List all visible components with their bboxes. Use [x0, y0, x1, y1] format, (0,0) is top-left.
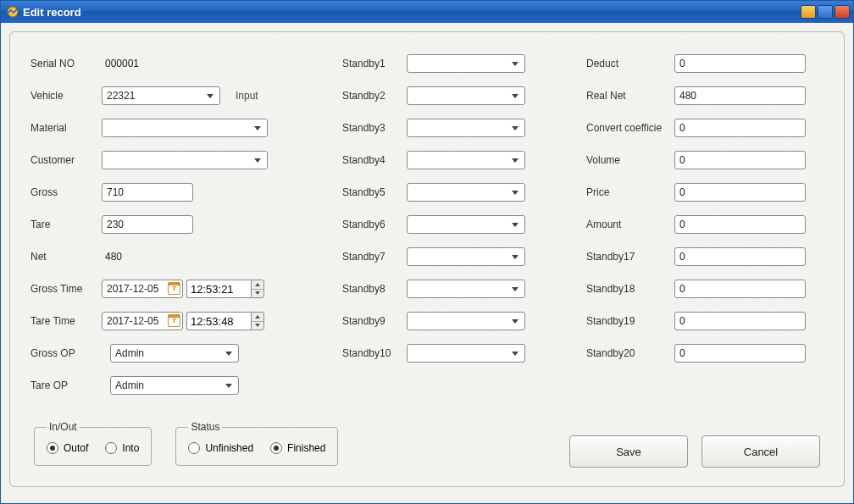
vehicle-hint: Input — [236, 90, 258, 102]
standby2-label: Standby2 — [342, 90, 407, 102]
spin-up-button[interactable] — [252, 280, 263, 290]
volume-label: Volume — [586, 154, 674, 166]
tare-time-spinner — [251, 312, 264, 330]
material-combo[interactable] — [102, 119, 268, 137]
close-button[interactable] — [835, 5, 850, 19]
form-panel: Serial NO 000001 Vehicle Input Material … — [9, 31, 845, 487]
customer-label: Customer — [30, 154, 102, 166]
real-net-input[interactable] — [674, 86, 806, 105]
gross-time-label: Gross Time — [30, 283, 102, 295]
standby6-combo[interactable] — [407, 215, 525, 234]
status-finished-label: Finished — [287, 442, 325, 454]
spin-down-button[interactable] — [252, 290, 263, 298]
calendar-icon[interactable]: 7 — [168, 282, 180, 295]
standby3-label: Standby3 — [342, 122, 407, 134]
radio-icon — [47, 442, 58, 454]
radio-icon — [188, 442, 200, 454]
status-finished-radio[interactable]: Finished — [270, 442, 325, 454]
standby5-label: Standby5 — [342, 186, 407, 198]
col-right: Deduct Real Net Convert coefficie Volume… — [586, 47, 807, 402]
deduct-input[interactable] — [674, 54, 806, 73]
real-net-label: Real Net — [586, 90, 674, 102]
spin-down-button[interactable] — [252, 322, 263, 330]
standby8-label: Standby8 — [342, 283, 407, 295]
vehicle-combo[interactable] — [102, 86, 220, 105]
inout-legend: In/Out — [47, 421, 80, 433]
gross-op-combo[interactable] — [110, 344, 239, 363]
standby8-combo[interactable] — [407, 280, 525, 298]
chevron-down-icon — [255, 324, 260, 327]
tare-input[interactable] — [102, 215, 193, 234]
price-input[interactable] — [674, 183, 806, 202]
standby10-combo[interactable] — [407, 344, 525, 363]
cancel-button[interactable]: Cancel — [702, 435, 820, 468]
save-button[interactable]: Save — [569, 435, 688, 468]
calendar-icon[interactable]: 7 — [168, 314, 180, 327]
maximize-button[interactable] — [818, 5, 833, 19]
standby7-label: Standby7 — [342, 251, 407, 263]
amount-input[interactable] — [674, 215, 806, 234]
gross-time-spinner — [251, 280, 264, 298]
status-legend: Status — [188, 421, 222, 433]
status-unfinished-radio[interactable]: Unfinished — [188, 442, 253, 454]
standby20-label: Standby20 — [586, 347, 674, 359]
amount-label: Amount — [586, 219, 674, 230]
gross-op-label: Gross OP — [30, 347, 102, 359]
window-controls — [801, 5, 850, 19]
chevron-up-icon — [255, 315, 260, 318]
gross-label: Gross — [30, 186, 102, 198]
serial-no-value: 000001 — [102, 58, 139, 69]
gross-time-input[interactable] — [186, 280, 251, 298]
standby3-combo[interactable] — [407, 119, 525, 137]
tare-time-label: Tare Time — [30, 315, 102, 327]
tare-label: Tare — [30, 219, 102, 230]
standby1-label: Standby1 — [342, 58, 407, 69]
standby9-label: Standby9 — [342, 315, 407, 327]
tare-op-combo[interactable] — [110, 376, 239, 395]
standby18-input[interactable] — [674, 280, 806, 298]
customer-combo[interactable] — [102, 151, 268, 169]
standby9-combo[interactable] — [407, 312, 525, 330]
inout-outof-label: Outof — [64, 442, 88, 454]
standby4-combo[interactable] — [407, 151, 525, 169]
price-label: Price — [586, 186, 674, 198]
chevron-down-icon — [255, 291, 260, 295]
standby5-combo[interactable] — [407, 183, 525, 202]
deduct-label: Deduct — [586, 58, 674, 69]
volume-input[interactable] — [674, 151, 806, 169]
serial-no-label: Serial NO — [30, 58, 102, 69]
inout-outof-radio[interactable]: Outof — [47, 442, 88, 454]
standby19-label: Standby19 — [586, 315, 674, 327]
col-left: Serial NO 000001 Vehicle Input Material … — [30, 47, 336, 402]
radio-icon — [270, 442, 282, 454]
tare-op-label: Tare OP — [30, 379, 102, 391]
minimize-button[interactable] — [801, 5, 816, 19]
standby17-label: Standby17 — [586, 251, 674, 263]
standby20-input[interactable] — [674, 344, 806, 363]
standby6-label: Standby6 — [342, 219, 407, 230]
app-icon — [6, 5, 19, 19]
spin-up-button[interactable] — [252, 313, 263, 322]
standby18-label: Standby18 — [586, 283, 674, 295]
window: Edit record Serial NO 000001 Vehicle Inp… — [0, 0, 854, 504]
standby1-combo[interactable] — [407, 54, 525, 73]
vehicle-label: Vehicle — [30, 90, 102, 102]
titlebar[interactable]: Edit record — [1, 1, 853, 23]
chevron-up-icon — [255, 283, 260, 286]
net-label: Net — [30, 251, 102, 263]
standby2-combo[interactable] — [407, 86, 525, 105]
inout-into-radio[interactable]: Into — [105, 442, 139, 454]
standby10-label: Standby10 — [342, 347, 407, 359]
tare-time-input[interactable] — [186, 312, 251, 330]
convert-coeff-input[interactable] — [674, 119, 806, 137]
standby19-input[interactable] — [674, 312, 806, 330]
standby17-input[interactable] — [674, 247, 806, 266]
gross-input[interactable] — [102, 183, 193, 202]
status-unfinished-label: Unfinished — [205, 442, 253, 454]
material-label: Material — [30, 122, 102, 134]
net-value: 480 — [102, 251, 122, 263]
inout-group: In/Out Outof Into — [34, 421, 152, 466]
radio-icon — [105, 442, 117, 454]
standby7-combo[interactable] — [407, 247, 525, 266]
inout-into-label: Into — [122, 442, 139, 454]
